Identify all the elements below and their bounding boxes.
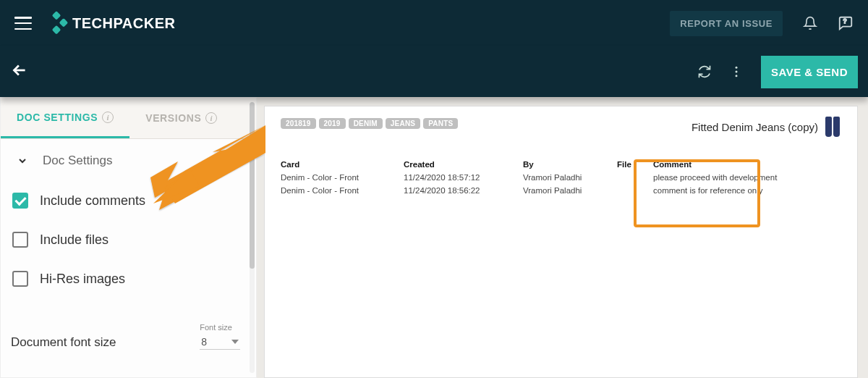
font-size-select[interactable]: Font size 8: [200, 323, 240, 350]
chevron-down-icon: [17, 155, 28, 167]
brand-logo-icon: [44, 11, 69, 35]
cell-file: [617, 173, 653, 182]
app-topbar: TECHPACKER REPORT AN ISSUE ?: [0, 0, 868, 46]
include-files-row: Include files: [1, 223, 256, 256]
cell-comment: please proceed with development: [653, 173, 841, 182]
cell-by: Vramori Paladhi: [523, 186, 617, 195]
brand: TECHPACKER: [48, 14, 175, 32]
report-issue-button[interactable]: REPORT AN ISSUE: [670, 11, 783, 36]
font-size-row: Document font size Font size 8: [1, 301, 256, 350]
include-files-checkbox[interactable]: [12, 232, 28, 248]
preview-area: 201819 2019 DENIM JEANS PANTS Fitted Den…: [257, 97, 868, 378]
cell-created: 11/24/2020 18:56:22: [404, 186, 523, 195]
hires-images-checkbox[interactable]: [12, 271, 28, 287]
svg-point-2: [735, 71, 737, 73]
doc-title-row: Fitted Denim Jeans (copy): [692, 117, 841, 137]
table-row: Denim - Color - Front 11/24/2020 18:57:1…: [281, 171, 841, 184]
th-file: File: [617, 160, 653, 169]
include-files-label: Include files: [40, 232, 109, 248]
section-title: Doc Settings: [43, 154, 112, 168]
svg-text:?: ?: [843, 18, 847, 25]
table-row: Denim - Color - Front 11/24/2020 18:56:2…: [281, 184, 841, 197]
sync-icon[interactable]: [697, 64, 712, 79]
chip: 201819: [281, 118, 316, 129]
th-created: Created: [404, 160, 523, 169]
table-header-row: Card Created By File Comment: [281, 158, 841, 171]
include-comments-checkbox[interactable]: [12, 193, 28, 209]
cell-card: Denim - Color - Front: [281, 173, 404, 182]
back-button[interactable]: [10, 61, 29, 83]
include-comments-row: Include comments: [1, 184, 256, 217]
tab-doc-settings-label: DOC SETTINGS: [17, 112, 98, 123]
chip: DENIM: [349, 118, 383, 129]
side-panel: DOC SETTINGS i VERSIONS i Doc Settings I…: [0, 97, 257, 378]
save-and-send-button[interactable]: SAVE & SEND: [761, 56, 858, 88]
comments-table: Card Created By File Comment Denim - Col…: [281, 158, 841, 197]
more-options-icon[interactable]: [729, 64, 744, 79]
th-card: Card: [281, 160, 404, 169]
svg-point-1: [735, 67, 737, 69]
font-size-value: 8: [201, 336, 207, 348]
menu-button[interactable]: [14, 17, 32, 30]
jeans-thumbnail-icon: [825, 117, 841, 137]
scrollbar-thumb[interactable]: [250, 102, 255, 269]
action-bar: SAVE & SEND: [0, 46, 868, 97]
triangle-down-icon: [231, 340, 239, 344]
document-preview: 201819 2019 DENIM JEANS PANTS Fitted Den…: [264, 106, 858, 378]
info-icon[interactable]: i: [102, 112, 114, 123]
chip: 2019: [319, 118, 346, 129]
info-icon[interactable]: i: [205, 112, 217, 124]
side-tabs: DOC SETTINGS i VERSIONS i: [1, 98, 256, 139]
cell-by: Vramori Paladhi: [523, 173, 617, 182]
font-size-label: Document font size: [11, 335, 116, 350]
svg-point-3: [735, 75, 737, 77]
tab-versions-label: VERSIONS: [145, 112, 201, 124]
include-comments-label: Include comments: [40, 193, 145, 209]
th-by: By: [523, 160, 617, 169]
hires-images-row: Hi-Res images: [1, 262, 256, 295]
th-comment: Comment: [653, 160, 841, 169]
workspace: DOC SETTINGS i VERSIONS i Doc Settings I…: [0, 97, 868, 378]
chip: PANTS: [423, 118, 458, 129]
help-icon[interactable]: ?: [838, 15, 854, 31]
doc-settings-section-toggle[interactable]: Doc Settings: [1, 139, 256, 178]
cell-comment: comment is for reference only: [653, 186, 841, 195]
bell-icon[interactable]: [803, 16, 817, 30]
cell-created: 11/24/2020 18:57:12: [404, 173, 523, 182]
cell-file: [617, 186, 653, 195]
tab-doc-settings[interactable]: DOC SETTINGS i: [1, 98, 129, 138]
brand-name: TECHPACKER: [72, 15, 175, 32]
chip: JEANS: [386, 118, 420, 129]
tab-versions[interactable]: VERSIONS i: [129, 98, 233, 138]
hires-images-label: Hi-Res images: [40, 272, 125, 287]
doc-title: Fitted Denim Jeans (copy): [692, 121, 818, 133]
font-size-caption: Font size: [200, 323, 240, 332]
cell-card: Denim - Color - Front: [281, 186, 404, 195]
